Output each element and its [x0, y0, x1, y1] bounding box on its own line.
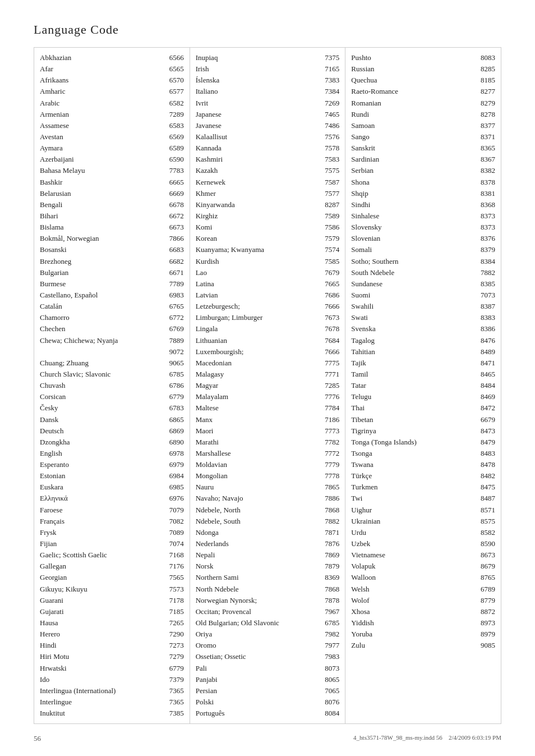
- language-code: 6865: [163, 414, 184, 425]
- list-item: Shona8378: [351, 177, 495, 188]
- language-code: 6565: [163, 63, 184, 75]
- language-name: Persian: [196, 685, 315, 697]
- language-code: 7868: [318, 584, 339, 595]
- language-code: 7565: [163, 572, 184, 583]
- language-code: 8973: [474, 617, 495, 629]
- language-code: 7573: [163, 584, 184, 595]
- language-code: 8369: [318, 572, 339, 583]
- list-item: Irish7165: [196, 63, 340, 75]
- language-name: Lingala: [196, 323, 315, 335]
- language-code: 7782: [318, 437, 339, 448]
- list-item: Thai8472: [351, 402, 495, 414]
- language-name: Maori: [196, 425, 315, 437]
- list-item: Guarani7178: [40, 595, 184, 606]
- language-code: 8279: [474, 98, 495, 109]
- language-code: 6978: [163, 448, 184, 459]
- language-name: Tsonga: [351, 448, 471, 459]
- language-code: 8571: [474, 505, 495, 516]
- language-name: Nauru: [196, 482, 315, 493]
- list-item: Mongolian7778: [196, 470, 340, 482]
- language-name: Íslenska: [196, 75, 315, 86]
- list-item: Ndebele, South7882: [196, 516, 340, 527]
- language-name: Tahitian: [351, 346, 471, 358]
- language-name: Turkmen: [351, 482, 471, 493]
- language-name: Aymara: [40, 143, 159, 154]
- list-item: Marathi7782: [196, 437, 340, 448]
- language-name: Georgian: [40, 572, 159, 583]
- language-code: 8386: [474, 323, 495, 335]
- language-name: Ελληνικά: [40, 493, 159, 504]
- language-code: 6569: [163, 131, 184, 143]
- list-item: Dansk6865: [40, 414, 184, 425]
- language-name: Norsk: [196, 561, 315, 572]
- language-code: 7165: [318, 63, 339, 75]
- list-item: Bosanski6683: [40, 244, 184, 255]
- language-code: 8475: [474, 482, 495, 493]
- list-item: Ossetian; Ossetic7983: [196, 651, 340, 662]
- language-name: North Ndebele: [196, 584, 315, 595]
- language-name: Yiddish: [351, 617, 471, 629]
- list-item: Norsk7879: [196, 561, 340, 572]
- language-name: Nederlands: [196, 538, 315, 549]
- language-code: 7879: [318, 561, 339, 572]
- language-code: 8979: [474, 629, 495, 640]
- list-item: Sindhi8368: [351, 199, 495, 210]
- language-name: Sanskrit: [351, 143, 471, 154]
- list-item: Quechua8185: [351, 75, 495, 86]
- language-name: Raeto-Romance: [351, 86, 471, 97]
- column-1: Abkhazian6566Afar6565Afrikaans6570Amhari…: [34, 48, 190, 723]
- list-item: Tagalog8476: [351, 335, 495, 346]
- list-item: Armenian7289: [40, 109, 184, 120]
- language-code: 8377: [474, 120, 495, 131]
- language-name: Esperanto: [40, 459, 159, 470]
- language-code: 8278: [474, 109, 495, 120]
- language-name: Old Bulgarian; Old Slavonic: [196, 617, 315, 629]
- language-code: 7577: [318, 188, 339, 199]
- language-code: 8378: [474, 177, 495, 188]
- list-item: Latina7665: [196, 278, 340, 290]
- language-name: Estonian: [40, 470, 159, 482]
- language-name: Français: [40, 516, 159, 527]
- language-code: 6577: [163, 86, 184, 97]
- language-code: 7666: [318, 301, 339, 312]
- language-code: 8483: [474, 448, 495, 459]
- language-name: Northern Sami: [196, 572, 315, 583]
- list-item: Aymara6589: [40, 143, 184, 154]
- language-name: Abkhazian: [40, 52, 159, 63]
- list-item: Persian7065: [196, 685, 340, 697]
- language-code: 6672: [163, 210, 184, 222]
- list-item: Ido7379: [40, 674, 184, 685]
- language-name: Magyar: [196, 380, 315, 391]
- language-name: Romanian: [351, 98, 471, 109]
- language-name: Polski: [196, 697, 315, 708]
- language-code: 8381: [474, 188, 495, 199]
- language-name: Church Slavic; Slavonic: [40, 369, 159, 380]
- language-name: Lao: [196, 267, 315, 278]
- language-code: 6582: [163, 98, 184, 109]
- language-code: 7186: [318, 414, 339, 425]
- list-item: Bashkir6665: [40, 177, 184, 188]
- list-item: Russian8285: [351, 63, 495, 75]
- language-code: 8076: [318, 697, 339, 708]
- language-code: 7772: [318, 448, 339, 459]
- language-name: Sango: [351, 131, 471, 143]
- language-code: 7065: [318, 685, 339, 697]
- language-code: 7574: [318, 244, 339, 255]
- language-code: 7868: [318, 505, 339, 516]
- language-name: Vietnamese: [351, 549, 471, 561]
- column-2: Inupiaq7375Irish7165Íslenska7383Italiano…: [190, 48, 346, 723]
- language-name: Amharic: [40, 86, 159, 97]
- list-item: Kernewek7587: [196, 177, 340, 188]
- language-name: Ndebele, North: [196, 505, 315, 516]
- language-name: Ivrit: [196, 98, 315, 109]
- list-item: Norwegian Nynorsk;7878: [196, 595, 340, 606]
- language-code: 6673: [163, 222, 184, 233]
- language-name: Bokmål, Norwegian: [40, 233, 159, 244]
- language-name: Bulgarian: [40, 267, 159, 278]
- list-item: Tigrinya8473: [351, 425, 495, 437]
- list-item: Gaelic; Scottish Gaelic7168: [40, 549, 184, 561]
- language-code: 6769: [163, 323, 184, 335]
- list-item: Belarusian6669: [40, 188, 184, 199]
- language-name: Latina: [196, 278, 315, 290]
- language-name: Kalaallisut: [196, 131, 315, 143]
